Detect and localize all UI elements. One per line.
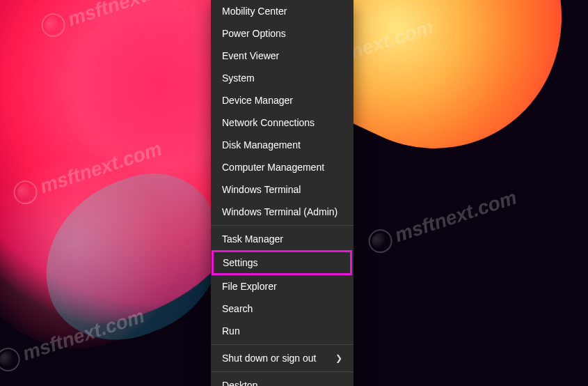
menu-item-file-explorer[interactable]: File Explorer <box>211 275 353 298</box>
menu-item-power-options[interactable]: Power Options <box>211 22 353 45</box>
menu-item-device-manager[interactable]: Device Manager <box>211 89 353 111</box>
menu-item-network-connections[interactable]: Network Connections <box>211 111 353 134</box>
menu-separator <box>211 371 353 372</box>
menu-item-shutdown-signout[interactable]: Shut down or sign out ❯ <box>211 347 353 369</box>
menu-item-settings[interactable]: Settings <box>214 252 350 273</box>
menu-item-task-manager[interactable]: Task Manager <box>211 228 353 250</box>
menu-item-computer-management[interactable]: Computer Management <box>211 156 353 178</box>
menu-item-mobility-center[interactable]: Mobility Center <box>211 0 353 22</box>
menu-separator <box>211 344 353 345</box>
menu-item-windows-terminal[interactable]: Windows Terminal <box>211 178 353 201</box>
menu-item-event-viewer[interactable]: Event Viewer <box>211 45 353 67</box>
highlighted-menu-item: Settings <box>212 250 352 275</box>
menu-item-run[interactable]: Run <box>211 320 353 342</box>
chevron-right-icon: ❯ <box>335 352 342 364</box>
winx-context-menu: Mobility Center Power Options Event View… <box>211 0 353 386</box>
menu-item-system[interactable]: System <box>211 67 353 89</box>
menu-separator <box>211 225 353 226</box>
menu-item-disk-management[interactable]: Disk Management <box>211 134 353 156</box>
menu-item-desktop[interactable]: Desktop <box>211 374 353 386</box>
menu-item-search[interactable]: Search <box>211 298 353 320</box>
menu-item-windows-terminal-admin[interactable]: Windows Terminal (Admin) <box>211 201 353 223</box>
